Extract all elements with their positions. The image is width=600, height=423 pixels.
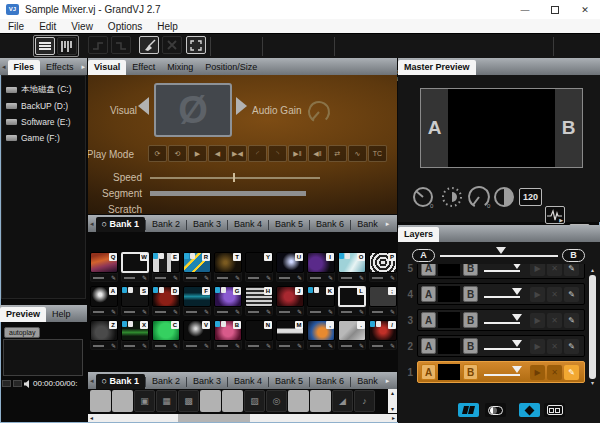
delete-button[interactable] bbox=[162, 36, 182, 54]
layer-row-2[interactable]: AB▶✕✎ bbox=[417, 335, 585, 357]
bank-cell-n[interactable]: N✎ bbox=[245, 320, 273, 350]
bank-cell-key[interactable]: ,✎ bbox=[307, 320, 335, 350]
hscroll-thumb[interactable] bbox=[178, 414, 250, 422]
bank-cell-x[interactable]: X✎ bbox=[121, 320, 149, 350]
keyboard-cell-icon[interactable]: ◎ bbox=[266, 390, 287, 412]
next-visual-icon[interactable] bbox=[236, 97, 247, 115]
layer-clear-button[interactable]: ✕ bbox=[547, 313, 562, 328]
title-bar[interactable]: VJ Sample Mixer.vj - GrandVJ 2.7 — ✕ bbox=[0, 0, 600, 19]
layer-b-button[interactable]: B bbox=[463, 264, 478, 276]
tabs-scroll-right-icon[interactable]: ▸ bbox=[384, 220, 392, 228]
tab-mixing[interactable]: Mixing bbox=[161, 60, 199, 75]
audio-gain-knob[interactable] bbox=[304, 97, 334, 127]
layer-clear-button[interactable]: ✕ bbox=[547, 264, 562, 276]
layer-a-button[interactable]: A bbox=[421, 264, 436, 276]
bank-cell-key[interactable]: ;✎ bbox=[369, 286, 397, 316]
preview-stop-button[interactable] bbox=[13, 380, 22, 387]
layer-edit-button[interactable]: ✎ bbox=[564, 365, 579, 380]
bank-cell-v[interactable]: V✎ bbox=[183, 320, 211, 350]
tab-layers[interactable]: Layers bbox=[398, 227, 439, 242]
bank-cell-m[interactable]: M✎ bbox=[276, 320, 304, 350]
scroll-right-icon[interactable]: ▸ bbox=[392, 414, 395, 422]
minimize-button[interactable]: — bbox=[510, 0, 540, 19]
layer-opacity-slider[interactable] bbox=[484, 312, 528, 328]
bank-cell-p[interactable]: P✎ bbox=[369, 252, 397, 282]
bank-cell-a[interactable]: A✎ bbox=[90, 286, 118, 316]
bank-cell-b[interactable]: B✎ bbox=[214, 320, 242, 350]
tabs-scroll-left-icon[interactable]: ◂ bbox=[88, 377, 96, 385]
layer-edit-button[interactable]: ✎ bbox=[564, 287, 579, 302]
scroll-up-icon[interactable]: ▴ bbox=[391, 389, 394, 397]
autoplay-button[interactable]: autoplay bbox=[4, 327, 40, 338]
layer-play-button[interactable]: ▶ bbox=[530, 339, 545, 354]
menu-file[interactable]: File bbox=[8, 21, 24, 32]
synth-view-button[interactable] bbox=[57, 37, 77, 55]
layer-edit-button[interactable]: ✎ bbox=[564, 313, 579, 328]
keyboard-key[interactable] bbox=[112, 390, 133, 412]
play-mode-button-5[interactable]: ◜ bbox=[248, 145, 267, 162]
scroll-left-icon[interactable]: ◂ bbox=[90, 414, 93, 422]
tabs-scroll-left-icon[interactable]: ◂ bbox=[88, 220, 96, 228]
play-mode-button-9[interactable]: ⇄ bbox=[328, 145, 347, 162]
keyboard-cell-icon[interactable]: ▦ bbox=[156, 390, 177, 412]
tab-bank-4[interactable]: Bank 4 bbox=[228, 217, 268, 232]
layers-scroll-down-icon[interactable]: ▾ bbox=[591, 379, 594, 388]
layer-b-button[interactable]: B bbox=[463, 286, 478, 302]
layer-opacity-slider[interactable] bbox=[484, 264, 528, 276]
bank-cell-y[interactable]: Y✎ bbox=[245, 252, 273, 282]
bank-cell-e[interactable]: E✎ bbox=[152, 252, 180, 282]
keyboard-cell-icon[interactable]: ▩ bbox=[178, 390, 199, 412]
bank-cell-i[interactable]: I✎ bbox=[307, 252, 335, 282]
bank-cell-u[interactable]: U✎ bbox=[276, 252, 304, 282]
keyboard-key[interactable] bbox=[288, 390, 309, 412]
preview-play-button[interactable] bbox=[2, 380, 11, 387]
layer-b-button[interactable]: B bbox=[463, 312, 478, 328]
menu-edit[interactable]: Edit bbox=[39, 21, 56, 32]
slider-handle-icon[interactable] bbox=[512, 264, 522, 269]
speed-slider[interactable] bbox=[150, 177, 320, 179]
tab-bank-5[interactable]: Bank 5 bbox=[269, 217, 309, 232]
layer-play-button[interactable]: ▶ bbox=[530, 264, 545, 276]
layer-b-button[interactable]: B bbox=[463, 364, 478, 380]
layer-row-3[interactable]: AB▶✕✎ bbox=[417, 309, 585, 331]
layer-a-button[interactable]: A bbox=[421, 286, 436, 302]
crossfader-track[interactable] bbox=[440, 255, 558, 257]
play-mode-button-4[interactable]: ▶◀ bbox=[228, 145, 247, 162]
tab-bank-2[interactable]: Bank 2 bbox=[146, 217, 186, 232]
layer-clear-button[interactable]: ✕ bbox=[547, 339, 562, 354]
tab-bank[interactable]: Bank bbox=[351, 217, 384, 232]
layer-opacity-slider[interactable] bbox=[484, 338, 528, 354]
play-mode-button-2[interactable]: ▶ bbox=[188, 145, 207, 162]
slider-handle-icon[interactable] bbox=[512, 366, 522, 373]
tab-preview[interactable]: Preview bbox=[0, 307, 46, 322]
tabs-scroll-right-icon[interactable]: ▸ bbox=[384, 377, 392, 385]
close-button[interactable]: ✕ bbox=[570, 0, 600, 19]
play-mode-button-7[interactable]: ▶‖ bbox=[288, 145, 307, 162]
prev-visual-icon[interactable] bbox=[138, 97, 149, 115]
bank-cell-o[interactable]: O✎ bbox=[338, 252, 366, 282]
maximize-button[interactable] bbox=[540, 0, 570, 19]
layer-a-button[interactable]: A bbox=[421, 364, 436, 380]
bank-cell-f[interactable]: F✎ bbox=[183, 286, 211, 316]
tree-item-backup-d[interactable]: BackUP (D:) bbox=[6, 98, 81, 114]
tab-files[interactable]: Files bbox=[8, 60, 41, 75]
layer-a-button[interactable]: A bbox=[421, 312, 436, 328]
tab-bank-1[interactable]: ○ Bank 1 bbox=[96, 217, 145, 232]
layer-clear-button[interactable]: ✕ bbox=[547, 365, 562, 380]
bank-cell-h[interactable]: H✎ bbox=[245, 286, 273, 316]
scroll-down-icon[interactable]: ▾ bbox=[391, 405, 394, 413]
crossfader-b-button[interactable]: B bbox=[562, 249, 585, 262]
menu-help[interactable]: Help bbox=[157, 21, 178, 32]
clear-all-button[interactable] bbox=[139, 36, 159, 54]
bank-cell-r[interactable]: R✎ bbox=[183, 252, 211, 282]
tabs-scroll-left-icon[interactable]: ◂ bbox=[0, 63, 8, 71]
play-mode-button-8[interactable]: ◀‖ bbox=[308, 145, 327, 162]
tab-effects[interactable]: Effects bbox=[40, 60, 79, 75]
layer-b-button[interactable]: B bbox=[463, 338, 478, 354]
keyboard-key[interactable] bbox=[222, 390, 243, 412]
keyboard-vscrollbar[interactable]: ▴ ▾ bbox=[388, 389, 397, 413]
layer-play-button[interactable]: ▶ bbox=[530, 365, 545, 380]
tab-help[interactable]: Help bbox=[46, 307, 77, 322]
layer-edit-button[interactable]: ✎ bbox=[564, 339, 579, 354]
bank-cell-t[interactable]: T✎ bbox=[214, 252, 242, 282]
